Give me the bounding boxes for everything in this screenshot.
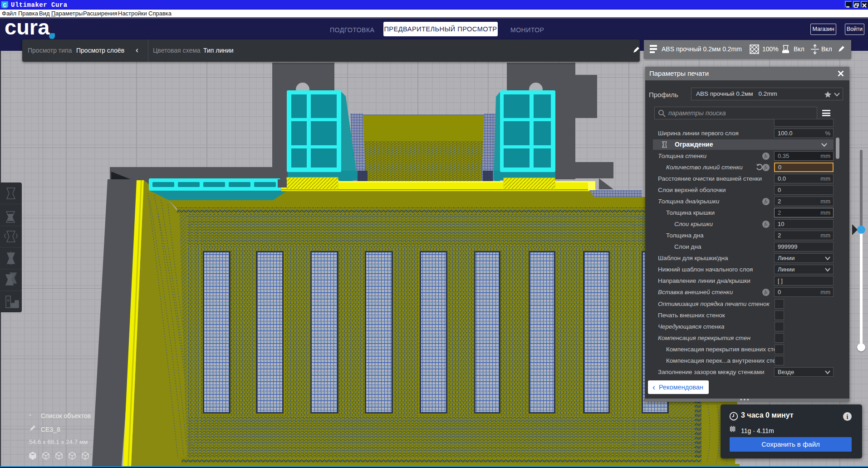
svg-text:C: C [3,2,7,8]
